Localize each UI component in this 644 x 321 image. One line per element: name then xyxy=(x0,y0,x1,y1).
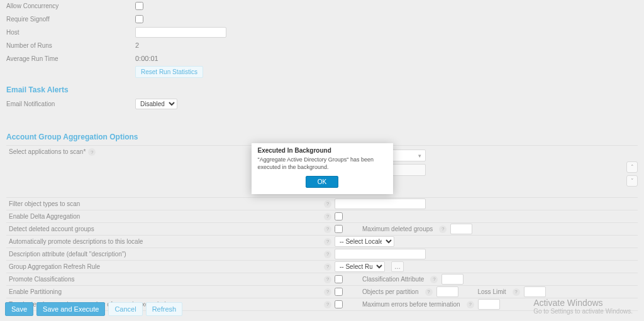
modal-dialog: Executed In Background "Aggregate Active… xyxy=(252,143,393,194)
modal-ok-button[interactable]: OK xyxy=(306,176,338,188)
modal-title: Executed In Background xyxy=(252,143,393,156)
modal-overlay: Executed In Background "Aggregate Active… xyxy=(0,0,644,321)
modal-body: "Aggregate Active Directory Groups" has … xyxy=(252,156,393,176)
